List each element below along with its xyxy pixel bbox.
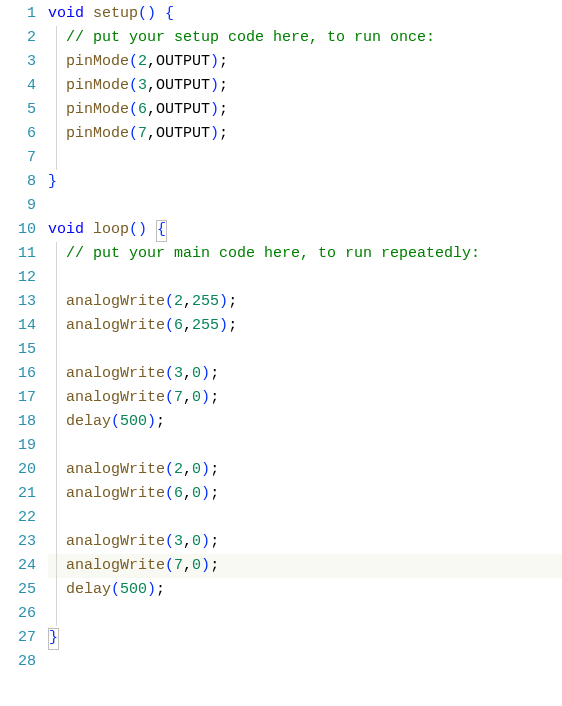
paren: ( — [129, 53, 138, 70]
semicolon: ; — [210, 533, 219, 550]
code-line[interactable]: } — [48, 170, 562, 194]
semicolon: ; — [228, 317, 237, 334]
code-line[interactable]: analogWrite(6,0); — [48, 482, 562, 506]
semicolon: ; — [210, 557, 219, 574]
code-line[interactable]: delay(500); — [48, 578, 562, 602]
semicolon: ; — [219, 53, 228, 70]
code-line[interactable] — [48, 146, 562, 170]
number: 6 — [138, 101, 147, 118]
line-number: 2 — [0, 26, 36, 50]
function-call: pinMode — [66, 101, 129, 118]
semicolon: ; — [219, 125, 228, 142]
code-line-current[interactable]: analogWrite(7,0); — [48, 554, 562, 578]
indent — [48, 77, 66, 94]
code-line[interactable] — [48, 602, 562, 626]
code-line[interactable]: delay(500); — [48, 410, 562, 434]
line-number: 1 — [0, 2, 36, 26]
line-number: 11 — [0, 242, 36, 266]
code-line[interactable]: analogWrite(3,0); — [48, 530, 562, 554]
code-line[interactable]: pinMode(6,OUTPUT); — [48, 98, 562, 122]
paren: ) — [210, 101, 219, 118]
indent — [48, 293, 66, 310]
indent — [48, 365, 66, 382]
code-line[interactable] — [48, 506, 562, 530]
line-number: 3 — [0, 50, 36, 74]
indent — [48, 533, 66, 550]
semicolon: ; — [210, 365, 219, 382]
comma: , — [183, 317, 192, 334]
function-call: analogWrite — [66, 365, 165, 382]
code-line[interactable]: // put your setup code here, to run once… — [48, 26, 562, 50]
paren: ( — [165, 317, 174, 334]
paren: ) — [147, 413, 156, 430]
number: 255 — [192, 317, 219, 334]
code-line[interactable]: analogWrite(2,255); — [48, 290, 562, 314]
constant: OUTPUT — [156, 101, 210, 118]
line-number: 18 — [0, 410, 36, 434]
code-line[interactable]: pinMode(7,OUTPUT); — [48, 122, 562, 146]
semicolon: ; — [228, 293, 237, 310]
matching-brace: } — [48, 628, 59, 650]
code-line[interactable] — [48, 194, 562, 218]
line-number: 21 — [0, 482, 36, 506]
paren: ) — [138, 221, 147, 238]
number: 7 — [174, 389, 183, 406]
number: 6 — [174, 317, 183, 334]
line-number: 13 — [0, 290, 36, 314]
paren: ) — [219, 317, 228, 334]
indent — [48, 389, 66, 406]
number: 2 — [174, 293, 183, 310]
number: 3 — [174, 365, 183, 382]
code-line[interactable]: void setup() { — [48, 2, 562, 26]
code-line[interactable]: void loop() { — [48, 218, 562, 242]
semicolon: ; — [156, 581, 165, 598]
paren: ) — [201, 461, 210, 478]
paren: ) — [201, 533, 210, 550]
number: 2 — [138, 53, 147, 70]
line-number: 15 — [0, 338, 36, 362]
number: 2 — [174, 461, 183, 478]
code-line[interactable]: pinMode(2,OUTPUT); — [48, 50, 562, 74]
code-line[interactable] — [48, 338, 562, 362]
code-line[interactable] — [48, 434, 562, 458]
line-number: 17 — [0, 386, 36, 410]
semicolon: ; — [156, 413, 165, 430]
comma: , — [183, 293, 192, 310]
code-line[interactable]: analogWrite(3,0); — [48, 362, 562, 386]
indent — [48, 485, 66, 502]
code-editor[interactable]: 1 2 3 4 5 6 7 8 9 10 11 12 13 14 15 16 1… — [0, 0, 562, 706]
number: 255 — [192, 293, 219, 310]
paren: ( — [129, 77, 138, 94]
code-line[interactable] — [48, 650, 562, 674]
code-line[interactable]: analogWrite(7,0); — [48, 386, 562, 410]
number: 0 — [192, 557, 201, 574]
code-line[interactable]: analogWrite(2,0); — [48, 458, 562, 482]
code-line[interactable]: // put your main code here, to run repea… — [48, 242, 562, 266]
code-line[interactable]: analogWrite(6,255); — [48, 314, 562, 338]
semicolon: ; — [210, 485, 219, 502]
line-number: 8 — [0, 170, 36, 194]
code-area[interactable]: void setup() { // put your setup code he… — [40, 0, 562, 706]
paren: ( — [165, 293, 174, 310]
paren: ) — [210, 53, 219, 70]
indent — [48, 245, 66, 262]
line-number: 20 — [0, 458, 36, 482]
brace: { — [165, 5, 174, 22]
code-line[interactable]: pinMode(3,OUTPUT); — [48, 74, 562, 98]
comma: , — [183, 557, 192, 574]
function-call: analogWrite — [66, 461, 165, 478]
comma: , — [183, 485, 192, 502]
semicolon: ; — [210, 389, 219, 406]
number: 0 — [192, 389, 201, 406]
brace: } — [48, 173, 57, 190]
line-number: 14 — [0, 314, 36, 338]
paren: ) — [147, 5, 156, 22]
paren: ) — [219, 293, 228, 310]
function-name: loop — [93, 221, 129, 238]
line-number: 22 — [0, 506, 36, 530]
code-line[interactable] — [48, 266, 562, 290]
paren: ) — [201, 389, 210, 406]
indent — [48, 29, 66, 46]
code-line[interactable]: } — [48, 626, 562, 650]
function-call: analogWrite — [66, 533, 165, 550]
